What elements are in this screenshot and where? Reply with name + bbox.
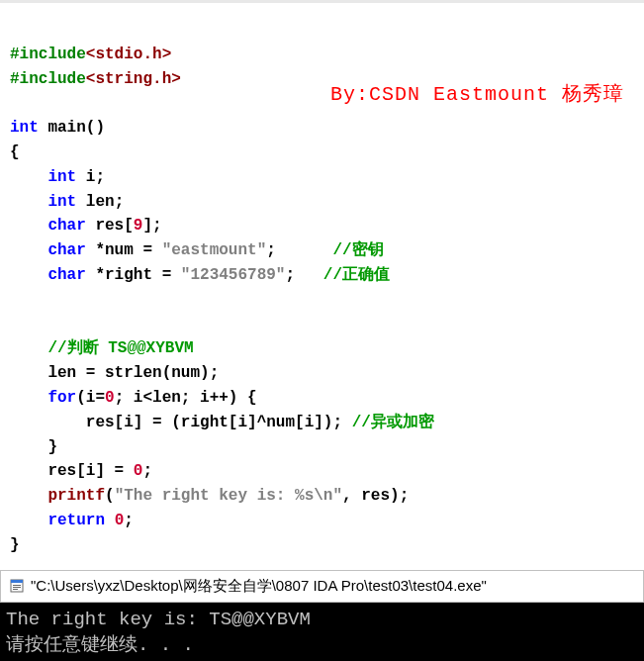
tok: int bbox=[47, 193, 76, 211]
tok: } bbox=[10, 536, 20, 554]
tok bbox=[10, 512, 47, 529]
console-title-text: "C:\Users\yxz\Desktop\网络安全自学\0807 IDA Pr… bbox=[31, 577, 487, 596]
tok: <string.h> bbox=[86, 70, 181, 88]
console-line: The right key is: TS@@XYBVM bbox=[6, 609, 311, 630]
tok: "123456789" bbox=[181, 266, 286, 284]
tok bbox=[10, 339, 47, 357]
tok: res[i] = (right[i]^num[i]); bbox=[10, 414, 352, 431]
tok: len; bbox=[76, 193, 124, 211]
tok bbox=[10, 241, 47, 259]
tok bbox=[10, 193, 47, 211]
tok: } bbox=[10, 438, 57, 456]
tok: //密钥 bbox=[332, 241, 383, 259]
tok: main() bbox=[39, 119, 105, 137]
tok: char bbox=[47, 266, 85, 284]
tok: ; bbox=[285, 266, 322, 284]
tok: int bbox=[47, 168, 76, 186]
tok: <stdio.h> bbox=[86, 46, 171, 63]
tok: ; bbox=[266, 241, 332, 259]
svg-rect-1 bbox=[11, 580, 23, 583]
tok: { bbox=[10, 143, 20, 161]
tok bbox=[10, 266, 47, 284]
tok: , res); bbox=[342, 487, 409, 505]
tok: "eastmount" bbox=[162, 241, 267, 259]
tok: 0 bbox=[115, 512, 125, 529]
tok: ; i<len; i++) { bbox=[115, 389, 257, 407]
console-line: 请按任意键继续. . . bbox=[6, 634, 194, 656]
tok: res[i] = bbox=[10, 462, 134, 480]
tok bbox=[10, 487, 47, 505]
tok: printf bbox=[47, 487, 105, 505]
tok bbox=[10, 168, 47, 186]
tok: 0 bbox=[105, 389, 115, 407]
tok: *num = bbox=[86, 241, 162, 259]
tok: for bbox=[47, 389, 76, 407]
svg-rect-2 bbox=[13, 585, 21, 586]
console-output: The right key is: TS@@XYBVM 请按任意键继续. . . bbox=[0, 603, 644, 661]
tok: 9 bbox=[134, 217, 143, 235]
tok: "The right key is: %s\n" bbox=[115, 487, 342, 505]
tok: ; bbox=[124, 512, 134, 529]
tok: ( bbox=[105, 487, 115, 505]
tok: char bbox=[47, 241, 85, 259]
tok: //异或加密 bbox=[352, 414, 434, 431]
tok: #include bbox=[10, 46, 86, 63]
tok: //正确值 bbox=[323, 266, 390, 284]
tok: #include bbox=[10, 70, 86, 88]
watermark: By:CSDN Eastmount 杨秀璋 bbox=[330, 79, 624, 110]
tok: *right = bbox=[86, 266, 181, 284]
code-editor: By:CSDN Eastmount 杨秀璋#include<stdio.h> #… bbox=[0, 0, 644, 568]
tok: 0 bbox=[134, 462, 143, 480]
tok: return bbox=[47, 512, 105, 529]
console-titlebar: "C:\Users\yxz\Desktop\网络安全自学\0807 IDA Pr… bbox=[0, 570, 644, 603]
app-icon bbox=[9, 578, 25, 594]
tok: char bbox=[47, 217, 85, 235]
svg-rect-4 bbox=[13, 589, 18, 590]
tok: int bbox=[10, 119, 39, 137]
svg-rect-3 bbox=[13, 587, 21, 588]
tok: ]; bbox=[142, 217, 161, 235]
tok: ; bbox=[142, 462, 152, 480]
tok bbox=[10, 389, 47, 407]
tok bbox=[105, 512, 115, 529]
tok: len = strlen(num); bbox=[10, 364, 219, 382]
tok: i; bbox=[76, 168, 105, 186]
tok: //判断 TS@@XYBVM bbox=[47, 339, 193, 357]
tok bbox=[10, 217, 47, 235]
tok: res[ bbox=[86, 217, 134, 235]
tok: (i= bbox=[76, 389, 105, 407]
